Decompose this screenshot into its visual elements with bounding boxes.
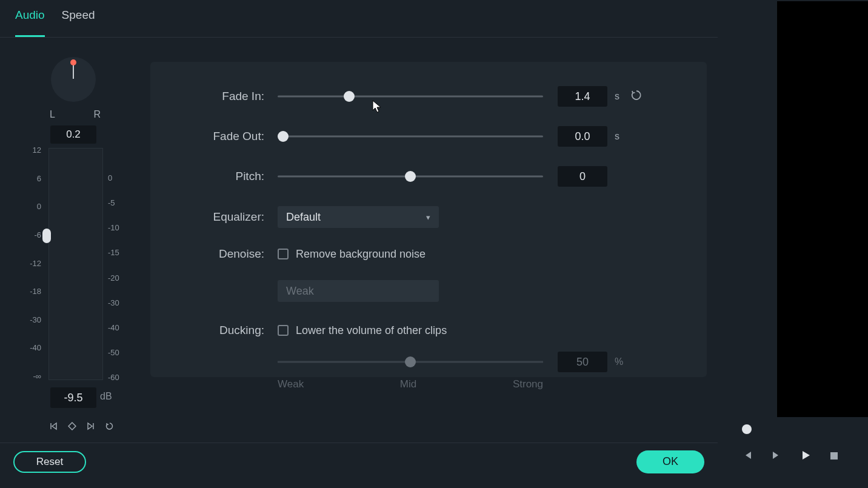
play-icon[interactable] <box>800 450 811 464</box>
fade-in-reset-icon[interactable] <box>630 89 643 104</box>
meter-fader-handle[interactable] <box>42 229 51 243</box>
fade-out-value[interactable]: 0.0 <box>558 126 607 147</box>
ducking-unit: % <box>615 356 623 367</box>
ducking-slider-row: 50 % <box>150 352 690 372</box>
fade-in-value[interactable]: 1.4 <box>558 86 607 107</box>
level-meter: 126 0-6 -12-18 -30-40 -∞ 0-5 -10-15 -20-… <box>23 148 125 396</box>
chevron-down-icon: ▾ <box>426 213 430 222</box>
tab-audio[interactable]: Audio <box>15 8 45 37</box>
pan-left-label: L <box>50 109 55 120</box>
keyframe-reset-icon[interactable] <box>105 422 114 433</box>
denoise-label: Denoise: <box>150 247 278 261</box>
ducking-checkbox[interactable] <box>278 325 289 336</box>
preview-pane <box>718 0 868 488</box>
tab-bar: Audio Speed <box>0 0 718 38</box>
denoise-checkbox[interactable] <box>278 249 289 259</box>
fade-in-row: Fade In: 1.4 s <box>150 86 690 107</box>
denoise-strength-select: Weak <box>278 280 439 302</box>
fade-out-label: Fade Out: <box>150 130 278 143</box>
equalizer-label: Equalizer: <box>150 210 278 224</box>
dialog-footer: Reset OK <box>0 443 718 480</box>
ducking-label: Ducking: <box>150 324 278 337</box>
meter-scale-left: 126 0-6 -12-18 -30-40 -∞ <box>23 145 41 381</box>
ducking-check-label: Lower the volume of other clips <box>296 324 447 337</box>
pan-indicator-dot <box>70 59 76 65</box>
fade-in-label: Fade In: <box>150 90 278 103</box>
ok-button[interactable]: OK <box>636 450 704 473</box>
pitch-row: Pitch: 0 <box>150 166 690 187</box>
keyframe-prev-icon[interactable] <box>50 422 57 433</box>
db-value[interactable]: -9.5 <box>50 387 96 408</box>
pitch-slider[interactable] <box>278 171 543 182</box>
transport-controls <box>742 450 839 464</box>
denoise-row: Denoise: Remove background noise <box>150 247 690 261</box>
ducking-value: 50 <box>558 352 607 372</box>
db-unit: dB <box>100 391 112 402</box>
tab-speed[interactable]: Speed <box>62 8 95 37</box>
ducking-strong-label: Strong <box>513 378 543 390</box>
ducking-row: Ducking: Lower the volume of other clips <box>150 324 690 337</box>
denoise-check-label: Remove background noise <box>296 248 426 261</box>
audio-meter-sidebar: L R 0.2 126 0-6 -12-18 -30-40 -∞ 0-5 -10… <box>0 38 150 443</box>
preview-scrub[interactable] <box>742 424 868 436</box>
pan-knob[interactable] <box>51 57 96 102</box>
step-back-icon[interactable] <box>742 450 753 464</box>
fade-out-unit: s <box>615 131 619 142</box>
audio-settings-panel: Fade In: 1.4 s Fade Out: 0.0 s <box>150 62 707 377</box>
fade-in-slider[interactable] <box>278 91 543 102</box>
fade-out-slider[interactable] <box>278 131 543 142</box>
stop-icon[interactable] <box>829 450 839 464</box>
equalizer-row: Equalizer: Default ▾ <box>150 206 690 228</box>
fade-in-unit: s <box>615 91 619 102</box>
fade-out-row: Fade Out: 0.0 s <box>150 126 690 147</box>
ducking-slider <box>278 356 543 367</box>
pan-value[interactable]: 0.2 <box>50 125 96 144</box>
keyframe-add-icon[interactable] <box>68 422 76 433</box>
meter-track[interactable] <box>48 148 103 380</box>
pitch-label: Pitch: <box>150 170 278 183</box>
equalizer-dropdown[interactable]: Default ▾ <box>278 206 439 228</box>
equalizer-value: Default <box>286 211 321 224</box>
step-forward-icon[interactable] <box>771 450 782 464</box>
pitch-value[interactable]: 0 <box>558 166 607 187</box>
meter-scale-right: 0-5 -10-15 -20-30 -40-50 -60 <box>108 173 125 382</box>
ducking-weak-label: Weak <box>278 378 304 390</box>
ducking-mid-label: Mid <box>400 378 416 390</box>
svg-rect-0 <box>830 452 838 460</box>
keyframe-next-icon[interactable] <box>87 422 95 433</box>
reset-button[interactable]: Reset <box>13 451 86 473</box>
pan-right-label: R <box>93 109 101 120</box>
preview-video <box>777 1 868 417</box>
